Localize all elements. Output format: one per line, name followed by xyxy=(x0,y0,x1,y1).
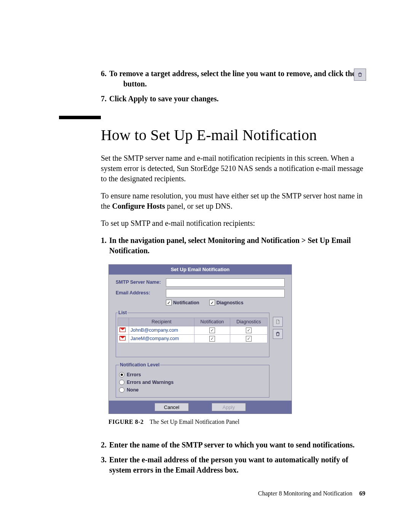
email-address-input[interactable] xyxy=(166,289,285,297)
step-number: 7. xyxy=(101,94,109,104)
apply-button[interactable]: Apply xyxy=(212,403,246,411)
envelope-icon xyxy=(119,336,126,340)
checkbox-icon: ✓ xyxy=(209,300,215,305)
step-6: 6. To remove a target address, select th… xyxy=(101,69,365,89)
col-diagnostics: Diagnostics xyxy=(230,318,268,326)
checkbox-icon[interactable]: ✓ xyxy=(209,328,215,333)
delete-recipient-button[interactable] xyxy=(273,329,283,339)
step-number: 6. xyxy=(101,69,109,89)
panel-title: Set Up Email Notification xyxy=(109,265,292,275)
notification-level-group: Notification Level Errors Errors and War… xyxy=(116,362,269,398)
section-rule xyxy=(59,116,101,119)
intro-para-1: Set the SMTP server name and e-mail noti… xyxy=(101,153,365,184)
recipient-cell: JaneM@company.com xyxy=(129,335,194,343)
step-body: Click Apply to save your changes. xyxy=(109,94,365,104)
step-body: In the navigation panel, select Monitori… xyxy=(109,235,365,256)
trash-icon-button[interactable] xyxy=(354,69,366,81)
step-1: 1. In the navigation panel, select Monit… xyxy=(101,235,365,256)
running-footer: Chapter 8 Monitoring and Notification 69 xyxy=(0,489,365,498)
checkbox-icon[interactable]: ✓ xyxy=(246,336,252,342)
col-recipient: Recipient xyxy=(129,318,194,326)
email-address-label: Email Address: xyxy=(116,290,166,296)
figure-caption: FIGURE 8-2 The Set Up Email Notification… xyxy=(108,418,291,426)
radio-icon xyxy=(119,372,124,377)
table-row[interactable]: JohnB@company.com ✓ ✓ xyxy=(118,326,268,335)
page-number: 69 xyxy=(359,490,365,497)
panel-footer: Cancel Apply xyxy=(109,401,292,414)
level-errors-radio[interactable]: Errors xyxy=(119,372,266,378)
radio-icon xyxy=(119,380,124,385)
level-none-radio[interactable]: None xyxy=(119,387,266,393)
trash-icon xyxy=(275,331,280,337)
list-legend: List xyxy=(118,310,127,316)
step-3: 3. Enter the e-mail address of the perso… xyxy=(101,455,365,475)
checkbox-icon[interactable]: ✓ xyxy=(209,336,215,342)
recipient-cell: JohnB@company.com xyxy=(129,326,194,335)
recipient-table: Recipient Notification Diagnostics JohnB… xyxy=(118,318,268,343)
add-recipient-button[interactable] xyxy=(273,317,283,327)
step-number: 3. xyxy=(101,455,109,475)
cancel-button[interactable]: Cancel xyxy=(155,403,189,411)
notification-checkbox[interactable]: ✓ Notification xyxy=(166,300,199,306)
table-row[interactable]: JaneM@company.com ✓ ✓ xyxy=(118,335,268,343)
step-number: 1. xyxy=(101,235,109,256)
intro-para-3: To set up SMTP and e-mail notification r… xyxy=(101,218,365,228)
step-2: 2. Enter the name of the SMTP server to … xyxy=(101,440,365,450)
smtp-server-input[interactable] xyxy=(166,278,285,287)
section-heading: How to Set Up E-mail Notification xyxy=(101,125,365,145)
step-7: 7. Click Apply to save your changes. xyxy=(101,94,365,104)
checkbox-icon: ✓ xyxy=(166,300,172,305)
smtp-server-label: SMTP Server Name: xyxy=(116,279,166,286)
level-errors-warnings-radio[interactable]: Errors and Warnings xyxy=(119,379,266,386)
radio-icon xyxy=(119,387,124,393)
level-legend: Notification Level xyxy=(119,362,160,368)
checkbox-icon[interactable]: ✓ xyxy=(246,328,252,333)
step-body: To remove a target address, select the l… xyxy=(109,69,365,89)
step-body: Enter the e-mail address of the person y… xyxy=(109,455,365,475)
bold-segment: Configure Hosts xyxy=(112,202,165,210)
trash-icon xyxy=(357,72,363,77)
email-notification-panel: Set Up Email Notification SMTP Server Na… xyxy=(108,264,292,414)
figure-label: FIGURE 8-2 xyxy=(108,419,144,425)
step-body: Enter the name of the SMTP server to whi… xyxy=(109,440,365,450)
figure-caption-text: The Set Up Email Notification Panel xyxy=(150,419,239,425)
step-number: 2. xyxy=(101,440,109,450)
recipient-list: List xyxy=(116,310,269,357)
document-icon xyxy=(275,319,280,324)
col-notification: Notification xyxy=(194,318,230,326)
envelope-icon xyxy=(119,328,126,332)
diagnostics-checkbox[interactable]: ✓ Diagnostics xyxy=(209,300,244,306)
intro-para-2: To ensure name resolution, you must have… xyxy=(101,191,365,211)
chapter-ref: Chapter 8 Monitoring and Notification xyxy=(258,490,352,497)
figure-8-2: Set Up Email Notification SMTP Server Na… xyxy=(108,264,291,426)
